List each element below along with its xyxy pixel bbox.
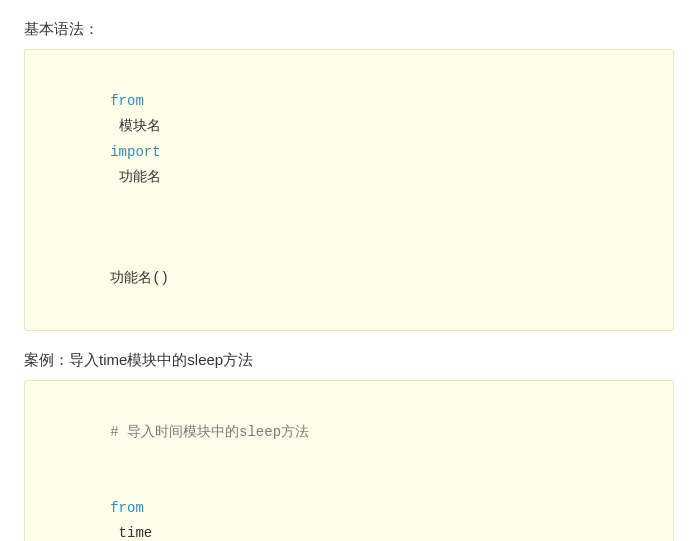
- keyword-from2: from: [110, 500, 144, 516]
- code-line-2: 功能名(): [43, 240, 655, 316]
- text-sleep: sleep: [187, 351, 223, 368]
- code-import-line: from time import sleep: [43, 470, 655, 541]
- section2-title: 案例：导入time模块中的sleep方法: [24, 351, 674, 370]
- comment-text-1: # 导入时间模块中的sleep方法: [110, 424, 309, 440]
- section1: 基本语法： from 模块名 import 功能名 功能名(): [24, 20, 674, 331]
- code-line-empty: [43, 215, 655, 240]
- keyword-from: from: [110, 93, 144, 109]
- section1-code-block: from 模块名 import 功能名 功能名(): [24, 49, 674, 331]
- text-funcname: 功能名: [110, 169, 160, 185]
- section1-title: 基本语法：: [24, 20, 674, 39]
- page-wrapper: 基本语法： from 模块名 import 功能名 功能名() 案例：导入tim…: [24, 20, 674, 541]
- text-modulename: 模块名: [110, 118, 169, 134]
- section2-code-block: # 导入时间模块中的sleep方法 from time import sleep…: [24, 380, 674, 541]
- code-comment-1: # 导入时间模块中的sleep方法: [43, 395, 655, 471]
- section2: 案例：导入time模块中的sleep方法 # 导入时间模块中的sleep方法 f…: [24, 351, 674, 541]
- code-line-1: from 模块名 import 功能名: [43, 64, 655, 215]
- text-time: time: [99, 351, 127, 368]
- text-time: time: [110, 525, 160, 541]
- keyword-import: import: [110, 144, 160, 160]
- text-call: 功能名(): [110, 270, 169, 286]
